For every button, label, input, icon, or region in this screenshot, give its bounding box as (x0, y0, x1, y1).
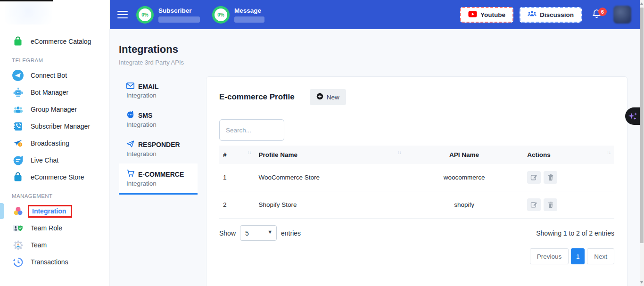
page-size-select[interactable]: 5 (240, 225, 277, 241)
trash-icon (547, 201, 554, 208)
delete-button[interactable] (544, 198, 557, 211)
integration-subnav: EMAIL Integration SMS Integration (119, 76, 198, 195)
message-stat-label: Message (234, 7, 264, 14)
active-item-indicator (0, 203, 4, 219)
scrollbar-thumb[interactable] (640, 8, 644, 243)
pagination: Previous 1 Next (219, 248, 614, 264)
show-label: Show (219, 229, 236, 237)
scrollbar-up-arrow[interactable] (640, 2, 643, 5)
subscriber-stat-label: Subscriber (158, 7, 200, 14)
sidebar-item-broadcasting[interactable]: Broadcasting (0, 135, 109, 152)
subscriber-progress-ring: 0% (136, 6, 154, 24)
scrollbar-down-arrow[interactable] (640, 281, 643, 284)
vertical-scrollbar[interactable] (640, 0, 644, 286)
sidebar-section-telegram: TELEGRAM (0, 57, 109, 63)
discussion-button[interactable]: Discussion (520, 7, 582, 23)
sidebar-item-subscriber-manager[interactable]: Subscriber Manager (0, 118, 109, 135)
message-stat-redacted-value (234, 16, 264, 23)
app-logo (5, 2, 52, 25)
sort-icon: ↑↓ (247, 150, 251, 155)
sidebar-item-team-role[interactable]: Team Role (0, 220, 109, 237)
telegram-plane-icon (12, 69, 24, 82)
robot-icon (12, 86, 24, 98)
message-progress-ring: 0% (212, 6, 230, 24)
window-edge-artifact (0, 0, 53, 1)
sort-icon: ↑↓ (397, 150, 401, 155)
integration-circles-icon (12, 205, 24, 217)
next-page-button[interactable]: Next (587, 248, 614, 264)
user-avatar[interactable] (613, 6, 631, 24)
column-header-num[interactable]: #↑↓ (219, 146, 255, 164)
sidebar-item-connect-bot[interactable]: Connect Bot (0, 67, 109, 84)
tab-responder-integration[interactable]: RESPONDER Integration (119, 134, 198, 163)
sidebar-item-integration[interactable]: Integration (0, 203, 109, 220)
edit-button[interactable] (527, 171, 541, 184)
row-number: 1 (219, 164, 255, 191)
subscriber-stat-redacted-value (158, 16, 200, 23)
notification-count-badge: 6 (598, 8, 607, 16)
actions-cell (523, 164, 614, 191)
api-name-cell: woocommerce (405, 164, 523, 191)
column-header-api-name[interactable]: API Name (405, 146, 523, 164)
row-number: 2 (219, 191, 255, 219)
shopping-bag-green-icon (12, 35, 24, 48)
sidebar-section-management: MANAGEMENT (0, 193, 109, 199)
trash-icon (547, 174, 554, 181)
sidebar-item-label-annotated: Integration (28, 205, 72, 218)
ai-assistant-button[interactable] (625, 107, 640, 125)
edit-pencil-icon (530, 201, 537, 208)
actions-cell (523, 191, 614, 219)
sidebar-item-bot-manager[interactable]: Bot Manager (0, 84, 109, 101)
tab-ecommerce-integration[interactable]: E-COMMERCE Integration (119, 163, 198, 195)
profile-name-cell: Shopify Store (255, 191, 405, 219)
paper-plane-icon (126, 140, 134, 149)
edit-button[interactable] (527, 198, 541, 211)
search-input[interactable] (219, 119, 284, 141)
id-card-shield-icon (12, 222, 24, 234)
contact-book-icon (12, 120, 24, 132)
hamburger-menu-icon[interactable] (117, 11, 128, 19)
history-clock-icon (12, 256, 24, 268)
sidebar-item-ecommerce-catalog[interactable]: eCommerce Catalog (0, 33, 109, 50)
notification-bell[interactable]: 6 (591, 8, 602, 21)
table-header-row: #↑↓ Profile Name↑↓ API Name Actions↑↓ (219, 146, 614, 164)
column-header-profile-name[interactable]: Profile Name↑↓ (255, 146, 405, 164)
page-title: Integrations (119, 43, 627, 56)
ecommerce-profile-card: E-commerce Profile New #↑↓ (206, 76, 627, 286)
panel-title: E-commerce Profile (219, 92, 295, 102)
column-header-actions[interactable]: Actions↑↓ (523, 146, 614, 164)
sidebar-item-transactions[interactable]: Transactions (0, 253, 109, 270)
subscriber-stat: 0% Subscriber (136, 6, 200, 24)
message-stat: 0% Message (212, 6, 264, 24)
sidebar-item-team[interactable]: Team (0, 237, 109, 253)
broadcast-plane-icon (12, 137, 24, 149)
previous-page-button[interactable]: Previous (530, 248, 569, 264)
page-subtitle: Integrate 3rd Party APIs (119, 59, 627, 66)
table-summary: Showing 1 to 2 of 2 entries (536, 229, 614, 237)
tab-sms-integration[interactable]: SMS Integration (119, 105, 198, 134)
cart-icon (126, 170, 134, 179)
profile-name-cell: WooCommerce Store (255, 164, 405, 191)
delete-button[interactable] (544, 171, 557, 184)
sms-bubble-icon (126, 111, 134, 120)
youtube-button[interactable]: Youtube (460, 7, 513, 23)
people-discussion-icon (528, 10, 537, 19)
main-content: Integrations Integrate 3rd Party APIs EM… (110, 29, 640, 286)
chat-bubble-icon (12, 154, 24, 166)
sidebar-item-group-manager[interactable]: Group Manager (0, 101, 109, 118)
page-1-button[interactable]: 1 (571, 248, 585, 264)
people-group-icon (12, 103, 24, 115)
youtube-icon (468, 11, 477, 19)
sort-icon: ↑↓ (607, 150, 611, 155)
top-navigation-bar: 0% Subscriber 0% Message Youtube Discuss… (110, 0, 640, 29)
envelope-icon (126, 82, 134, 90)
tab-email-integration[interactable]: EMAIL Integration (119, 76, 198, 105)
entries-label: entries (281, 229, 301, 237)
table-row: 1 WooCommerce Store woocommerce (219, 164, 614, 191)
new-profile-button[interactable]: New (310, 89, 346, 105)
profiles-table: #↑↓ Profile Name↑↓ API Name Actions↑↓ (219, 146, 614, 219)
table-row: 2 Shopify Store shopify (219, 191, 614, 219)
sidebar-item-live-chat[interactable]: Live Chat (0, 152, 109, 169)
sidebar-item-ecommerce-store[interactable]: eCommerce Store (0, 169, 109, 186)
sparkles-icon (627, 111, 638, 122)
